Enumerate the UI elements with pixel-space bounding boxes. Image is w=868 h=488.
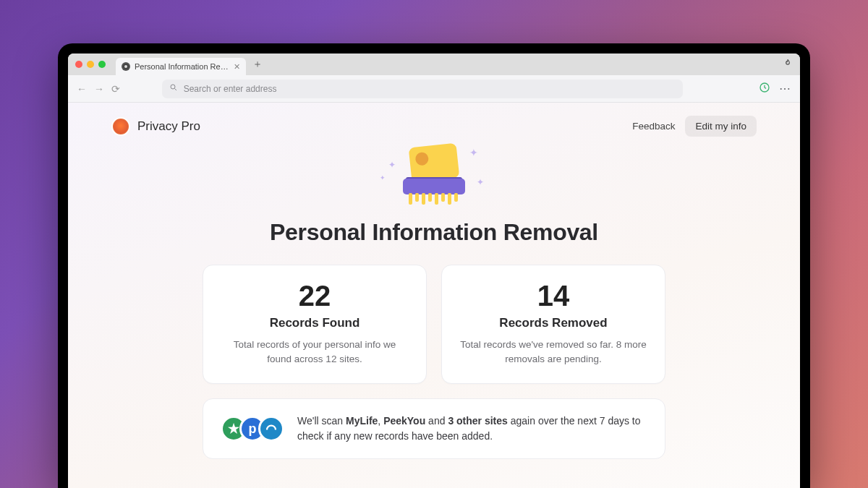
browser-tab-active[interactable]: Personal Information Removal ✕ [116,58,246,75]
scan-sites-other: 3 other sites [448,415,507,427]
address-placeholder: Search or enter address [184,84,277,94]
page-title: Personal Information Removal [111,219,757,246]
svg-line-3 [174,89,176,91]
scan-text-middle: and [425,415,448,427]
nav-back-button[interactable]: ← [77,83,87,95]
fire-button-icon[interactable] [783,59,793,71]
browser-tabbar: Personal Information Removal ✕ ＋ [68,53,800,75]
window-minimize-button[interactable] [87,61,94,68]
new-tab-button[interactable]: ＋ [252,59,263,70]
site-badges: ★ p [221,416,284,442]
site-badge-icon [258,416,284,442]
scan-schedule-text: We'll scan MyLife, PeekYou and 3 other s… [297,414,647,444]
records-removed-value: 14 [459,281,647,310]
edit-my-info-button[interactable]: Edit my info [685,116,757,137]
records-removed-card: 14 Records Removed Total records we've r… [441,265,665,384]
window-controls [75,61,106,68]
records-removed-label: Records Removed [459,316,647,330]
records-found-card: 22 Records Found Total records of your p… [203,265,427,384]
hero: ✦✦ ✦✦ Personal Information Removal [111,142,757,246]
scan-site-1: MyLife [346,415,378,427]
scan-site-2: PeekYou [383,415,425,427]
page-content: Privacy Pro Feedback Edit my info ✦✦ ✦✦ [68,103,800,488]
privacy-shield-icon[interactable] [759,82,770,95]
svg-point-1 [124,65,127,68]
records-found-label: Records Found [221,316,409,330]
svg-point-2 [171,85,175,89]
brand: Privacy Pro [111,117,200,136]
records-found-desc: Total records of your personal info we f… [221,338,409,366]
feedback-link[interactable]: Feedback [632,121,675,132]
reload-button[interactable]: ⟳ [111,83,120,95]
page-header: Privacy Pro Feedback Edit my info [111,116,757,137]
tab-favicon-icon [122,62,130,71]
tab-title: Personal Information Removal [135,62,229,71]
device-frame: Personal Information Removal ✕ ＋ ← → ⟳ S… [58,43,810,488]
records-removed-desc: Total records we've removed so far. 8 mo… [459,338,647,366]
brand-name: Privacy Pro [137,119,200,134]
scan-text-prefix: We'll scan [297,415,346,427]
screen: Personal Information Removal ✕ ＋ ← → ⟳ S… [68,53,800,488]
nav-forward-button[interactable]: → [94,83,104,95]
window-close-button[interactable] [75,61,82,68]
window-maximize-button[interactable] [98,61,106,68]
duckduckgo-logo-icon [111,117,130,136]
address-bar[interactable]: Search or enter address [162,80,683,98]
records-found-value: 22 [221,281,409,310]
browser-toolbar: ← → ⟳ Search or enter address ⋯ [68,75,800,103]
shredder-illustration-icon: ✦✦ ✦✦ [394,142,474,207]
stats-row: 22 Records Found Total records of your p… [111,265,757,384]
tab-close-icon[interactable]: ✕ [234,62,240,72]
scan-schedule-card: ★ p We'll scan MyLife, PeekYou and 3 oth… [203,398,665,459]
search-icon [169,83,178,94]
overflow-menu-button[interactable]: ⋯ [779,82,791,95]
